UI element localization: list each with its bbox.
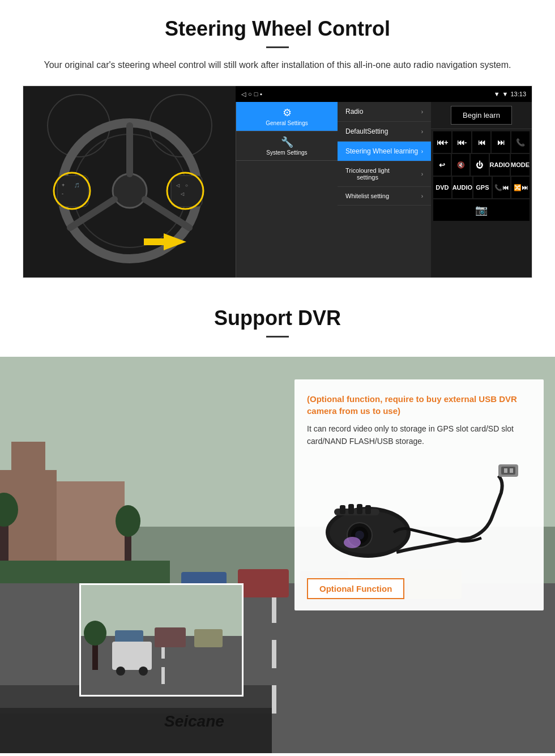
svg-rect-28 bbox=[11, 442, 45, 476]
seicane-logo: Seicane bbox=[164, 712, 224, 731]
svg-rect-52 bbox=[112, 642, 152, 670]
dvr-header: Support DVR bbox=[0, 289, 555, 357]
menu-item-tricoloured[interactable]: Tricoloured lightsettings › bbox=[338, 161, 431, 187]
default-label: DefaultSetting bbox=[345, 127, 388, 135]
dvr-section: Support DVR bbox=[0, 289, 555, 753]
radio-label: Radio bbox=[345, 108, 363, 116]
wifi-icon: ▼ bbox=[502, 91, 509, 97]
svg-point-51 bbox=[84, 621, 106, 646]
steering-section: Steering Wheel Control Your original car… bbox=[0, 0, 555, 289]
statusbar: ◁ ○ □ ▪ ▼ ▼ 13:13 bbox=[236, 86, 532, 102]
begin-learn-button[interactable]: Begin learn bbox=[451, 106, 512, 125]
svg-point-33 bbox=[116, 505, 140, 537]
svg-rect-13 bbox=[171, 176, 202, 207]
svg-rect-66 bbox=[348, 504, 354, 514]
svg-rect-65 bbox=[340, 505, 345, 514]
btn-vol-up[interactable]: ⏮+ bbox=[433, 131, 451, 153]
dvr-info-card: (Optional function, require to buy exter… bbox=[294, 379, 544, 610]
svg-text:◁: ◁ bbox=[176, 183, 180, 188]
svg-rect-40 bbox=[0, 708, 272, 753]
btn-gps[interactable]: GPS bbox=[473, 177, 492, 198]
menu-item-radio[interactable]: Radio › bbox=[338, 102, 431, 122]
begin-learn-area: Begin learn bbox=[431, 102, 532, 129]
svg-rect-57 bbox=[504, 468, 507, 473]
btn-prev-track[interactable]: ⏮ bbox=[472, 131, 490, 153]
title-divider bbox=[266, 46, 289, 48]
btn-camera[interactable]: 📷 bbox=[433, 199, 530, 221]
svg-rect-24 bbox=[272, 595, 276, 623]
svg-rect-46 bbox=[161, 667, 165, 684]
dvr-thumbnail-img bbox=[81, 585, 244, 697]
btn-back[interactable]: ↩ bbox=[433, 154, 451, 176]
svg-rect-26 bbox=[272, 685, 276, 714]
tab-general-settings[interactable]: ⚙ General Settings bbox=[236, 102, 338, 131]
btn-power[interactable]: ⏻ bbox=[471, 154, 488, 176]
svg-point-54 bbox=[139, 667, 148, 676]
nav-square: □ bbox=[254, 91, 258, 97]
general-settings-label: General Settings bbox=[266, 120, 308, 126]
steering-photo: + - 🎵 ◁ ○ ◁ bbox=[23, 86, 236, 278]
nav-back: ◁ bbox=[241, 91, 246, 98]
menu-item-whitelist[interactable]: Whitelist setting › bbox=[338, 187, 431, 206]
menu-item-default[interactable]: DefaultSetting › bbox=[338, 122, 431, 142]
dvr-description: It can record video only to storage in G… bbox=[307, 422, 531, 448]
btn-shuffle-next[interactable]: 🔀⏭ bbox=[511, 177, 530, 198]
menu-item-steering[interactable]: Steering Wheel learning › bbox=[338, 142, 431, 161]
btn-phone-prev[interactable]: 📞⏮ bbox=[493, 177, 511, 198]
btn-dvd[interactable]: DVD bbox=[433, 177, 451, 198]
svg-text:🎵: 🎵 bbox=[74, 182, 80, 188]
dvr-title-divider bbox=[266, 336, 289, 338]
dvr-optional-text: (Optional function, require to buy exter… bbox=[307, 393, 531, 417]
android-content: ⚙ General Settings 🔧 System Settings Rad… bbox=[236, 102, 532, 277]
svg-text:○: ○ bbox=[185, 183, 188, 188]
system-icon: 🔧 bbox=[281, 136, 293, 148]
dvr-title: Support DVR bbox=[23, 306, 532, 330]
svg-rect-34 bbox=[0, 561, 170, 583]
dvr-content: (Optional function, require to buy exter… bbox=[0, 357, 555, 753]
svg-rect-36 bbox=[238, 569, 289, 597]
svg-rect-20 bbox=[144, 238, 164, 245]
chevron-right-icon: › bbox=[421, 148, 423, 155]
btn-next-track[interactable]: ⏭ bbox=[492, 131, 510, 153]
dvr-camera-svg bbox=[311, 459, 527, 566]
dvr-thumbnail bbox=[79, 583, 244, 697]
chevron-right-icon: › bbox=[421, 171, 423, 177]
steering-label: Steering Wheel learning bbox=[345, 147, 418, 155]
svg-rect-48 bbox=[155, 627, 186, 647]
system-settings-label: System Settings bbox=[266, 150, 307, 156]
chevron-right-icon: › bbox=[421, 109, 423, 115]
chevron-right-icon: › bbox=[421, 193, 423, 199]
dvr-camera-image bbox=[307, 456, 531, 569]
svg-point-53 bbox=[116, 667, 125, 676]
svg-rect-25 bbox=[272, 640, 276, 668]
btn-mode[interactable]: MODE bbox=[511, 154, 530, 176]
chevron-right-icon: › bbox=[421, 129, 423, 135]
btn-mute[interactable]: 🔇 bbox=[452, 154, 469, 176]
svg-text:+: + bbox=[62, 182, 65, 188]
btn-phone[interactable]: 📞 bbox=[511, 131, 530, 153]
svg-rect-49 bbox=[194, 629, 223, 647]
steering-title: Steering Wheel Control bbox=[23, 17, 532, 41]
svg-text:-: - bbox=[62, 191, 63, 197]
nav-home: ○ bbox=[248, 91, 252, 97]
gear-icon: ⚙ bbox=[283, 106, 292, 119]
steering-demo-container: + - 🎵 ◁ ○ ◁ ◁ bbox=[23, 86, 532, 278]
optional-function-badge[interactable]: Optional Function bbox=[307, 578, 531, 599]
btn-radio[interactable]: RADIO bbox=[490, 154, 510, 176]
nav-menu: ▪ bbox=[260, 91, 262, 97]
btn-vol-down[interactable]: ⏮- bbox=[452, 131, 471, 153]
svg-rect-58 bbox=[510, 468, 513, 473]
tab-system-settings[interactable]: 🔧 System Settings bbox=[236, 131, 338, 161]
button-row-4: 📷 bbox=[433, 199, 530, 221]
right-control-panel: Begin learn ⏮+ ⏮- ⏮ ⏭ 📞 ↩ bbox=[431, 102, 532, 277]
btn-audio[interactable]: AUDIO bbox=[452, 177, 472, 198]
svg-text:◁: ◁ bbox=[181, 191, 185, 197]
optional-function-label: Optional Function bbox=[307, 578, 404, 599]
svg-rect-56 bbox=[501, 467, 515, 475]
control-buttons-group: ⏮+ ⏮- ⏮ ⏭ 📞 ↩ 🔇 ⏻ RADIO MODE bbox=[431, 129, 532, 223]
tricoloured-label: Tricoloured lightsettings bbox=[345, 167, 390, 181]
steering-description: Your original car's steering wheel contr… bbox=[34, 58, 521, 72]
button-row-2: ↩ 🔇 ⏻ RADIO MODE bbox=[433, 154, 530, 176]
time-display: 13:13 bbox=[510, 91, 526, 97]
svg-rect-67 bbox=[357, 504, 362, 514]
